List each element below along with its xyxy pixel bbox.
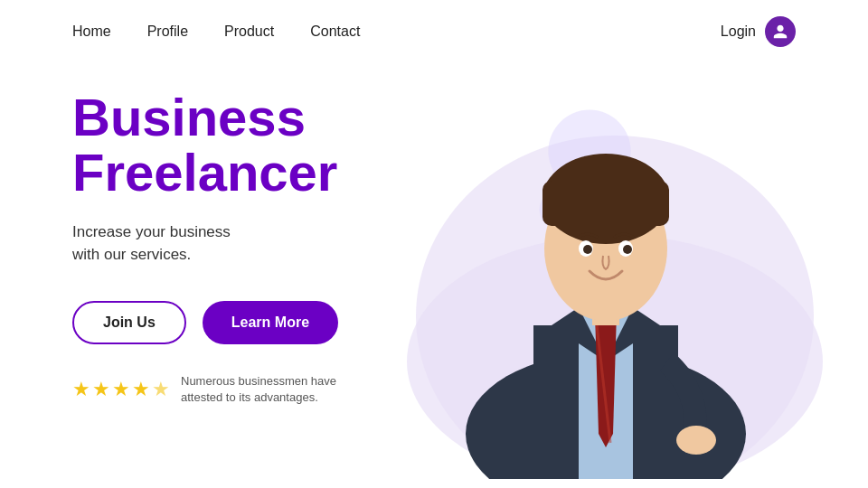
rating-row: ★ ★ ★ ★ ★ Numerous businessmen have atte… bbox=[72, 373, 452, 406]
star-5-half: ★ bbox=[152, 378, 170, 401]
hero-section: Business Freelancer Increase your busine… bbox=[0, 63, 868, 479]
learn-more-button[interactable]: Learn More bbox=[203, 301, 338, 344]
svg-point-19 bbox=[623, 245, 632, 254]
svg-point-20 bbox=[676, 426, 716, 455]
nav-product[interactable]: Product bbox=[224, 23, 274, 40]
star-rating: ★ ★ ★ ★ ★ bbox=[72, 378, 170, 401]
star-4: ★ bbox=[132, 378, 150, 401]
nav-home[interactable]: Home bbox=[72, 23, 111, 40]
hero-title: Business Freelancer bbox=[72, 90, 452, 201]
person-illustration bbox=[425, 90, 787, 479]
hero-left: Business Freelancer Increase your busine… bbox=[72, 72, 452, 406]
nav-contact[interactable]: Contact bbox=[310, 23, 360, 40]
cta-buttons: Join Us Learn More bbox=[72, 301, 452, 344]
nav-links: Home Profile Product Contact bbox=[72, 23, 684, 40]
hero-right bbox=[452, 72, 796, 479]
navbar: Home Profile Product Contact Login bbox=[0, 0, 868, 63]
svg-rect-15 bbox=[542, 181, 669, 226]
user-avatar-icon[interactable] bbox=[765, 16, 796, 47]
login-label[interactable]: Login bbox=[721, 23, 756, 40]
rating-text: Numerous businessmen have attested to it… bbox=[181, 373, 344, 406]
hero-subtitle: Increase your business with our services… bbox=[72, 221, 452, 267]
star-2: ★ bbox=[92, 378, 110, 401]
star-1: ★ bbox=[72, 378, 90, 401]
nav-right: Login bbox=[721, 16, 796, 47]
star-3: ★ bbox=[112, 378, 130, 401]
nav-profile[interactable]: Profile bbox=[147, 23, 188, 40]
join-us-button[interactable]: Join Us bbox=[72, 301, 186, 344]
svg-point-18 bbox=[583, 245, 592, 254]
